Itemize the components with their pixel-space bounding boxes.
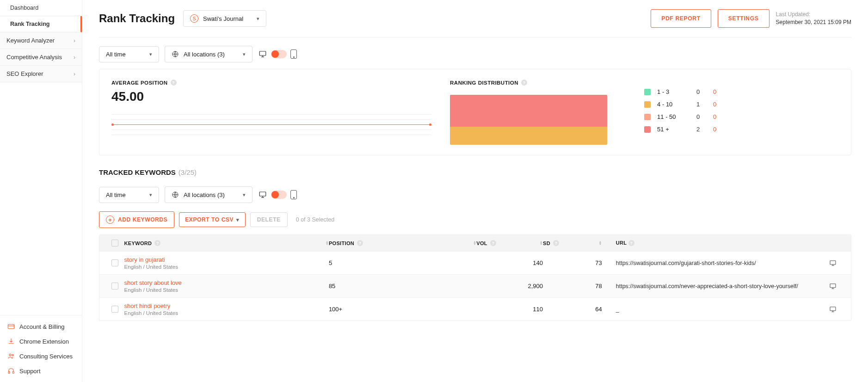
sort-icon[interactable]: ▲▼ (468, 241, 476, 246)
avg-position-heading: AVERAGE POSITION ? (111, 80, 431, 86)
row-checkbox[interactable] (111, 306, 118, 313)
sidebar-item-label: Keyword Analyzer (6, 37, 55, 44)
help-icon[interactable]: ? (357, 240, 363, 246)
table-row: short hindi poetry English / United Stat… (99, 297, 851, 320)
sidebar-item-label: SEO Explorer (6, 70, 43, 77)
svg-rect-5 (12, 371, 14, 373)
legend-range: 51 + (657, 126, 683, 133)
device-toggle[interactable] (271, 50, 287, 58)
row-checkbox[interactable] (111, 259, 118, 266)
export-csv-label: EXPORT TO CSV (185, 216, 234, 223)
sort-icon[interactable]: ▲▼ (535, 241, 543, 246)
row-checkbox[interactable] (111, 283, 118, 290)
svg-rect-4 (8, 371, 10, 373)
col-position[interactable]: POSITION ? ▲▼ (329, 240, 476, 246)
chevron-down-icon: ▾ (243, 192, 246, 198)
col-sd[interactable]: SD ? ▲▼ (543, 240, 602, 246)
sidebar-item-seo-explorer[interactable]: SEO Explorer › (0, 66, 82, 82)
globe-icon (172, 50, 179, 58)
mobile-icon (290, 49, 297, 59)
action-row: + ADD KEYWORDS EXPORT TO CSV ▾ DELETE 0 … (99, 211, 851, 228)
sidebar-item-dashboard[interactable]: Dashboard (0, 0, 82, 16)
legend-swatch (644, 101, 651, 108)
help-icon[interactable]: ? (154, 240, 160, 246)
legend-row: 51 + 2 0 (644, 126, 839, 133)
svg-point-2 (9, 354, 11, 356)
desktop-icon (829, 259, 837, 267)
tracked-keywords-count: (3/25) (179, 168, 197, 176)
time-range-select-2[interactable]: All time ▾ (99, 187, 159, 203)
sidebar-item-keyword-analyzer[interactable]: Keyword Analyzer › (0, 32, 82, 49)
time-range-label: All time (106, 51, 145, 58)
legend-count-2: 0 (706, 88, 716, 95)
sort-icon[interactable]: ▲▼ (321, 241, 329, 246)
account-select[interactable]: S Swati's Journal ▾ (183, 10, 266, 27)
help-icon[interactable]: ? (521, 80, 527, 86)
sidebar-link-account-billing[interactable]: Account & Billing (0, 319, 82, 334)
keyword-link[interactable]: short hindi poetry (124, 302, 329, 309)
main-content: Rank Tracking S Swati's Journal ▾ PDF RE… (82, 0, 868, 382)
add-keywords-button[interactable]: + ADD KEYWORDS (99, 211, 174, 228)
svg-rect-11 (259, 192, 266, 196)
legend-count-2: 0 (706, 126, 716, 133)
svg-rect-20 (830, 307, 836, 310)
sidebar-item-competitive-analysis[interactable]: Competitive Analysis › (0, 49, 82, 66)
help-icon[interactable]: ? (628, 240, 634, 246)
keyword-link[interactable]: story in gujarati (124, 256, 329, 263)
avg-position-chart (111, 114, 431, 135)
help-icon[interactable]: ? (171, 80, 177, 86)
locations-select-2[interactable]: All locations (3) ▾ (165, 186, 252, 203)
legend-range: 11 - 50 (657, 113, 683, 120)
table-row: short story about love English / United … (99, 274, 851, 297)
ranking-distribution-chart (450, 95, 607, 145)
globe-icon (172, 191, 179, 198)
avg-position-value: 45.00 (111, 89, 431, 104)
select-all-checkbox[interactable] (111, 240, 118, 246)
mobile-icon (290, 190, 297, 199)
chevron-down-icon: ▾ (243, 51, 246, 57)
desktop-icon (829, 306, 837, 313)
desktop-icon (258, 50, 267, 58)
sidebar-link-consulting-services[interactable]: Consulting Services (0, 349, 82, 364)
avatar: S (190, 14, 198, 23)
legend-count-2: 0 (706, 113, 716, 120)
keyword-link[interactable]: short story about love (124, 279, 329, 286)
tracked-keywords-heading: TRACKED KEYWORDS (3/25) (99, 168, 851, 176)
sidebar-link-chrome-extension[interactable]: Chrome Extension (0, 334, 82, 349)
keywords-table: KEYWORD ? ▲▼ POSITION ? ▲▼ VOL ? ▲▼ SD ? (99, 234, 851, 321)
cell-sd: 78 (543, 283, 602, 290)
time-range-select[interactable]: All time ▾ (99, 46, 159, 62)
legend-swatch (644, 89, 651, 95)
col-keyword-label: KEYWORD (124, 240, 152, 246)
sort-icon[interactable]: ▲▼ (594, 241, 602, 246)
cell-url: https://swatisjournal.com/gujarati-short… (602, 260, 821, 266)
cell-url: _ (602, 306, 821, 313)
sidebar-link-support[interactable]: Support (0, 364, 82, 378)
help-icon[interactable]: ? (490, 240, 496, 246)
chevron-down-icon: ▾ (149, 51, 152, 57)
desktop-icon (829, 283, 837, 290)
col-keyword[interactable]: KEYWORD ? ▲▼ (124, 240, 329, 246)
keyword-locale: English / United States (124, 287, 329, 293)
legend-range: 1 - 3 (657, 88, 683, 95)
device-toggle-2[interactable] (271, 191, 287, 199)
help-icon[interactable]: ? (553, 240, 559, 246)
pdf-report-button[interactable]: PDF REPORT (651, 9, 711, 28)
cell-position: 5 (329, 259, 476, 266)
col-sd-label: SD (543, 240, 550, 246)
sidebar-link-label: Consulting Services (19, 353, 73, 360)
sidebar-item-rank-tracking[interactable]: Rank Tracking (0, 16, 82, 32)
ranking-distribution-label: RANKING DISTRIBUTION (450, 80, 518, 86)
sidebar: Dashboard Rank Tracking Keyword Analyzer… (0, 0, 82, 382)
average-position-panel: AVERAGE POSITION ? 45.00 (111, 80, 431, 145)
col-vol[interactable]: VOL ? ▲▼ (476, 240, 543, 246)
add-keywords-label: ADD KEYWORDS (118, 216, 167, 223)
device-toggle-group (258, 49, 297, 59)
legend-count-1: 2 (689, 126, 700, 133)
settings-button[interactable]: SETTINGS (718, 9, 770, 28)
locations-select[interactable]: All locations (3) ▾ (165, 46, 252, 62)
export-csv-button[interactable]: EXPORT TO CSV ▾ (179, 212, 246, 227)
legend-count-1: 0 (689, 88, 700, 95)
download-icon (7, 338, 15, 345)
cell-position: 85 (329, 283, 476, 290)
